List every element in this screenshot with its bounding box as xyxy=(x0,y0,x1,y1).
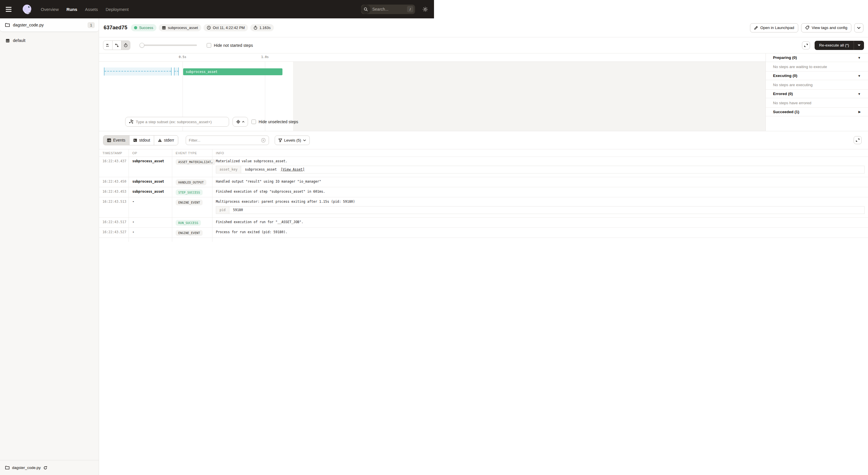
dagster-logo-icon[interactable] xyxy=(21,3,33,15)
event-info-cell: Finished execution of run for "__ASSET_J… xyxy=(212,218,434,228)
event-timestamp: 16:22:43.453 xyxy=(99,187,129,197)
event-type-badge: ENGINE_EVENT xyxy=(176,200,203,205)
sidebar-item-default[interactable]: default xyxy=(0,36,99,46)
left-sidebar: dagster_code.py 1 default dagster_code.p… xyxy=(0,19,99,237)
col-op: OP xyxy=(129,149,172,156)
col-info: INFO xyxy=(212,149,434,156)
zoom-slider[interactable] xyxy=(140,43,197,48)
metadata-value: subprocess_asset[View Asset] xyxy=(241,166,308,173)
table-icon xyxy=(107,139,111,142)
step-waiting-marker xyxy=(104,67,172,76)
metadata-value: 59180 xyxy=(229,206,251,214)
event-row[interactable]: 16:22:43.517 - RUN_SUCCESS Finished exec… xyxy=(99,218,434,228)
clock-icon xyxy=(207,26,211,30)
log-tabs: Events stdout stderr xyxy=(103,135,178,145)
stopwatch-icon xyxy=(124,43,128,48)
event-metadata-table: asset_key subprocess_asset[View Asset] xyxy=(216,166,434,174)
step-subset-placeholder: Type a step subset (ex: subprocess_asset… xyxy=(136,120,212,124)
flat-view-button[interactable] xyxy=(103,41,112,50)
gantt-view-toggle xyxy=(103,40,130,50)
table-header-row: TIMESTAMP OP EVENT TYPE INFO xyxy=(99,149,434,157)
search-icon xyxy=(361,5,371,14)
sidebar-item-label: default xyxy=(13,38,26,43)
nav-link[interactable]: Overview xyxy=(41,7,59,12)
gantt-step-bar[interactable]: subprocess_asset xyxy=(183,68,282,75)
event-timestamp: 16:22:43.450 xyxy=(99,177,129,187)
event-message: Process for run exited (pid: 59180). xyxy=(216,230,434,234)
event-timestamp: 16:22:43.513 xyxy=(99,197,129,217)
event-row[interactable]: 16:22:43.527 - ENGINE_EVENT Process for … xyxy=(99,228,434,237)
event-row[interactable]: 16:22:43.513 - ENGINE_EVENT Multiprocess… xyxy=(99,197,434,218)
metadata-key: asset_key xyxy=(216,166,241,173)
hide-not-started-checkbox-row[interactable]: Hide not started steps xyxy=(207,43,253,48)
log-filter-input[interactable]: Filter... xyxy=(186,136,269,145)
menu-icon[interactable] xyxy=(6,4,16,14)
table-body: 16:22:43.437 subprocess_asset ASSET_MATE… xyxy=(99,157,434,237)
event-type-badge: HANDLED_OUTPUT xyxy=(176,179,206,185)
tab-stdout[interactable]: stdout xyxy=(129,136,154,145)
event-type-cell: ENGINE_EVENT xyxy=(172,197,212,217)
search-input[interactable]: Search... / xyxy=(361,5,415,14)
hide-unselected-checkbox-row[interactable]: Hide unselected steps xyxy=(251,119,298,124)
tick-label: 1.0s xyxy=(261,55,269,59)
event-message: Materialized value subprocess_asset. xyxy=(216,159,434,163)
duration-tag: 1.163s xyxy=(250,24,274,31)
event-message: Finished execution of run for "__ASSET_J… xyxy=(216,220,434,224)
start-time-tag: Oct 11, 4:22:42 PM xyxy=(204,24,248,31)
chevron-down-icon xyxy=(303,139,306,141)
event-op: - xyxy=(129,218,172,228)
event-row[interactable]: 16:22:43.453 subprocess_asset STEP_SUCCE… xyxy=(99,187,434,197)
step-waiting-marker xyxy=(174,67,179,76)
nav-link[interactable]: Deployment xyxy=(105,7,129,12)
event-type-cell: ENGINE_EVENT xyxy=(172,228,212,237)
hide-unselected-checkbox[interactable] xyxy=(251,119,256,124)
timer-icon xyxy=(253,26,257,30)
tab-stderr[interactable]: stderr xyxy=(154,136,178,145)
event-type-badge: ENGINE_EVENT xyxy=(176,230,203,236)
waterfall-view-button[interactable] xyxy=(112,41,121,50)
funnel-icon xyxy=(278,139,282,142)
layers-diamond-icon xyxy=(236,120,240,124)
event-op: - xyxy=(129,228,172,237)
event-message: Multiprocess executor: parent process ex… xyxy=(216,200,434,204)
job-grid-icon xyxy=(162,26,166,30)
col-timestamp: TIMESTAMP xyxy=(99,149,129,156)
event-info-cell: Process for run exited (pid: 59180). xyxy=(212,228,434,237)
event-type-cell: RUN_SUCCESS xyxy=(172,218,212,228)
event-info-cell: Materialized value subprocess_asset. ass… xyxy=(212,157,434,177)
step-subset-input[interactable]: Type a step subset (ex: subprocess_asset… xyxy=(125,117,229,127)
events-toolbar: Events stdout stderr Filter... xyxy=(99,131,434,149)
settings-gear-icon[interactable] xyxy=(421,5,429,13)
view-asset-link[interactable]: [View Asset] xyxy=(281,168,305,172)
nav-links: OverviewRunsAssetsDeployment xyxy=(41,7,129,12)
status-badge: Success xyxy=(131,24,156,31)
status-dot-icon xyxy=(134,26,137,29)
event-type-cell: ASSET_MATERIALIZAT… xyxy=(172,157,212,177)
nav-link[interactable]: Assets xyxy=(85,7,98,12)
event-metadata-table: pid 59180 xyxy=(216,206,434,214)
code-location-card[interactable]: dagster_code.py 1 xyxy=(0,19,99,32)
event-timestamp: 16:22:43.527 xyxy=(99,228,129,237)
tab-events[interactable]: Events xyxy=(103,136,129,145)
flat-list-icon xyxy=(106,43,110,48)
graph-query-toggle-button[interactable] xyxy=(232,117,248,127)
job-count-badge: 1 xyxy=(88,22,95,28)
hide-not-started-checkbox[interactable] xyxy=(207,43,211,48)
event-op: - xyxy=(129,197,172,217)
levels-filter-button[interactable]: Levels (5) xyxy=(275,136,310,145)
job-tag[interactable]: subprocess_asset xyxy=(159,24,201,31)
gantt-toolbar: Hide not started steps Re-execute all (*… xyxy=(99,37,434,53)
tick-label: 0.5s xyxy=(179,55,187,59)
clear-filter-icon[interactable] xyxy=(261,138,266,143)
terminal-icon xyxy=(133,139,137,142)
filter-placeholder: Filter... xyxy=(189,138,261,143)
timed-view-button[interactable] xyxy=(121,41,130,50)
event-row[interactable]: 16:22:43.450 subprocess_asset HANDLED_OU… xyxy=(99,177,434,187)
event-row[interactable]: 16:22:43.437 subprocess_asset ASSET_MATE… xyxy=(99,157,434,177)
job-grid-icon xyxy=(5,38,10,43)
after-run-band xyxy=(293,62,434,131)
nav-link[interactable]: Runs xyxy=(67,7,78,12)
slider-thumb[interactable] xyxy=(140,43,144,48)
warning-icon xyxy=(158,139,162,142)
event-timestamp: 16:22:43.517 xyxy=(99,218,129,228)
